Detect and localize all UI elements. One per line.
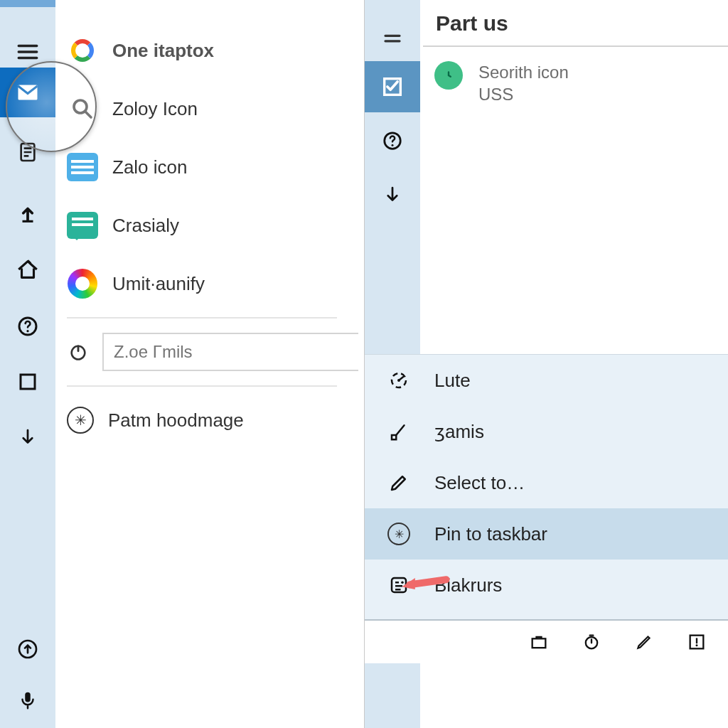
stamp-icon: ✳: [385, 520, 413, 548]
right-panel: • Part us Seorith icon USS Lute ʒamis: [364, 0, 728, 728]
square-icon[interactable]: [0, 354, 55, 410]
list-item-label: Patm hoodmage: [108, 410, 244, 432]
svg-rect-7: [25, 692, 31, 702]
list-item[interactable]: Umit·aunify: [67, 255, 358, 313]
menu-item-select-to[interactable]: Select to…: [365, 457, 728, 508]
footer-toolbar: [365, 619, 728, 663]
left-panel: Morflow: [0, 0, 364, 728]
pen-icon: [385, 469, 413, 497]
hamburger-icon[interactable]: [365, 13, 420, 64]
board-icon: [385, 571, 413, 599]
stamp-icon: ✳: [67, 407, 94, 434]
google-icon: [67, 35, 98, 66]
list-item[interactable]: Crasialy: [67, 196, 358, 255]
left-rail: [0, 0, 55, 728]
svg-point-17: [401, 582, 404, 584]
list-item[interactable]: One itaptox: [67, 21, 358, 80]
help-icon[interactable]: [0, 299, 55, 354]
alert-icon[interactable]: [685, 630, 709, 654]
divider: [67, 317, 337, 318]
chat-icon: [67, 210, 98, 241]
card-icon: [67, 151, 98, 183]
search-icon: [67, 93, 98, 124]
menu-item-label: Select to…: [434, 472, 525, 494]
menu-item-jamis[interactable]: ʒamis: [365, 406, 728, 457]
checkbox-icon[interactable]: [365, 61, 420, 112]
item-subtitle: USS: [478, 83, 569, 105]
arrow-down-icon[interactable]: [0, 410, 55, 465]
list-item-label: One itaptox: [112, 40, 214, 62]
svg-rect-2: [23, 220, 33, 223]
edit-icon[interactable]: [632, 630, 656, 654]
upload-icon[interactable]: [0, 186, 55, 242]
menu-item-pin-to-taskbar[interactable]: ✳ Pin to taskbar: [365, 508, 728, 560]
search-row: [67, 323, 358, 381]
menu-item-label: Lute: [434, 370, 471, 392]
home-icon[interactable]: [0, 242, 55, 297]
list-item[interactable]: Seorith icon USS: [434, 61, 569, 105]
list-item-label: Crasialy: [112, 215, 179, 237]
arrow-down-icon[interactable]: [365, 169, 420, 220]
svg-rect-5: [21, 375, 35, 389]
context-menu: Lute ʒamis Select to… ✳ Pin to taskbar B…: [365, 354, 728, 663]
path-icon: [385, 417, 413, 446]
document-icon[interactable]: [0, 124, 55, 180]
app-list: One itaptox Zoloy Icon Zalo icon Crasial…: [67, 21, 358, 449]
mail-icon[interactable]: [0, 68, 55, 117]
target-icon: [385, 366, 413, 395]
menu-item-label: ʒamis: [434, 421, 484, 443]
power-icon[interactable]: [67, 341, 90, 363]
search-input[interactable]: [102, 333, 358, 371]
menu-item-biakrurs[interactable]: Biakrurs: [365, 560, 728, 611]
mic-icon[interactable]: [0, 673, 55, 728]
menu-item-label: Biakrurs: [434, 574, 502, 596]
clock-icon: [434, 61, 463, 90]
list-item-label: Umit·aunify: [112, 273, 205, 295]
list-item-label: Zalo icon: [112, 156, 188, 178]
svg-rect-15: [392, 435, 396, 439]
svg-point-12: [392, 144, 394, 146]
svg-rect-18: [532, 638, 546, 648]
circle-up-icon[interactable]: [0, 621, 55, 677]
svg-point-21: [695, 644, 697, 646]
divider: [67, 385, 337, 387]
list-item-label: Zoloy Icon: [112, 98, 198, 120]
item-title: Seorith icon: [478, 61, 569, 83]
divider: [423, 46, 728, 47]
list-item[interactable]: Zalo icon: [67, 138, 358, 196]
svg-point-4: [26, 330, 28, 332]
aperture-icon: [67, 268, 98, 299]
timer-icon[interactable]: [579, 630, 604, 654]
panel-title: Part us: [436, 11, 508, 36]
svg-point-14: [397, 379, 400, 382]
menu-item-lute[interactable]: Lute: [365, 355, 728, 406]
list-item[interactable]: Zoloy Icon: [67, 80, 358, 138]
briefcase-icon[interactable]: [527, 630, 551, 654]
list-item[interactable]: ✳ Patm hoodmage: [67, 391, 358, 449]
help-icon[interactable]: [365, 115, 420, 166]
menu-item-label: Pin to taskbar: [434, 523, 547, 545]
